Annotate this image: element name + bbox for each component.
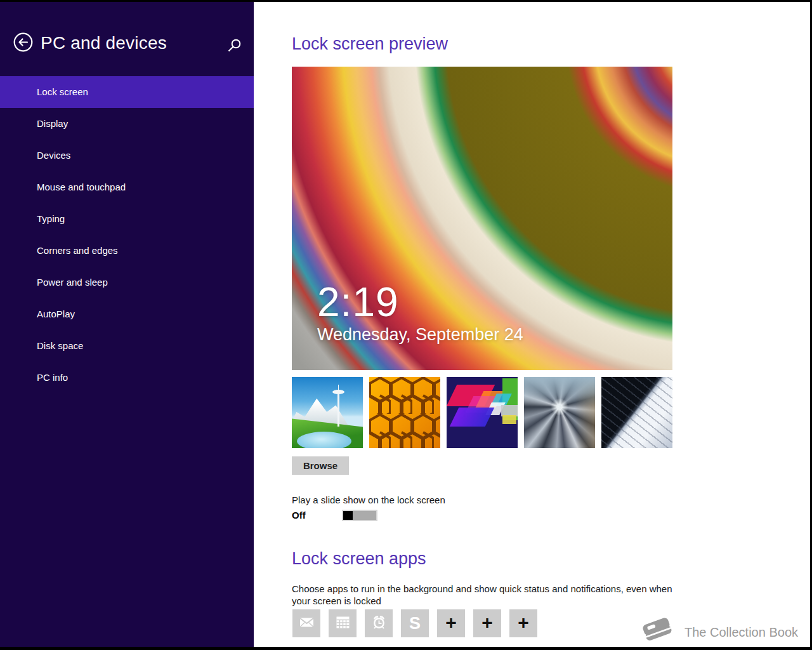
lock-app-slot-add-3[interactable]: + xyxy=(509,609,537,637)
sidebar-item-display[interactable]: Display xyxy=(0,108,254,140)
mail-icon xyxy=(298,614,315,633)
space-needle-spike xyxy=(338,385,339,390)
thumbnail-piano-keys[interactable] xyxy=(601,377,672,448)
lock-screen-preview-heading: Lock screen preview xyxy=(292,34,448,54)
screen-edge-bottom xyxy=(0,647,812,650)
search-button[interactable] xyxy=(227,38,242,53)
lock-app-slot-add-1[interactable]: + xyxy=(437,609,465,637)
skype-icon: S xyxy=(409,615,421,632)
sidebar-item-pc-info[interactable]: PC info xyxy=(0,362,254,394)
search-icon xyxy=(227,44,242,55)
sidebar-nav: Lock screen Display Devices Mouse and to… xyxy=(0,76,254,394)
calendar-icon xyxy=(334,614,351,633)
pond-shape xyxy=(297,432,351,448)
thumbnail-honeycomb[interactable] xyxy=(369,377,440,448)
page-title: PC and devices xyxy=(41,33,167,53)
sidebar-item-devices[interactable]: Devices xyxy=(0,140,254,171)
lock-screen-apps-heading: Lock screen apps xyxy=(292,549,426,569)
lock-app-slot-add-2[interactable]: + xyxy=(473,609,501,637)
back-button[interactable] xyxy=(13,33,33,53)
lock-app-slot-alarm[interactable] xyxy=(365,609,393,637)
sidebar-item-lock-screen[interactable]: Lock screen xyxy=(0,76,254,108)
diamond-yellow xyxy=(502,415,516,424)
space-needle-mast xyxy=(337,391,339,427)
thumbnail-train-tunnel[interactable] xyxy=(524,377,595,448)
sidebar-header: PC and devices xyxy=(13,33,167,53)
sidebar-item-power-sleep[interactable]: Power and sleep xyxy=(0,267,254,298)
thumbnail-colorful-diamonds[interactable] xyxy=(447,377,518,448)
book-icon xyxy=(640,614,676,650)
watermark-label: The Collection Book xyxy=(684,625,798,640)
sidebar-item-corners-edges[interactable]: Corners and edges xyxy=(0,235,254,267)
slideshow-toggle[interactable] xyxy=(342,510,377,521)
sidebar-item-typing[interactable]: Typing xyxy=(0,203,254,235)
alarm-clock-icon xyxy=(370,614,388,633)
plus-icon: + xyxy=(481,613,493,632)
lock-app-slot-calendar[interactable] xyxy=(329,609,357,637)
honeycomb-pattern xyxy=(369,377,440,448)
sidebar-item-autoplay[interactable]: AutoPlay xyxy=(0,298,254,330)
sidebar-item-disk-space[interactable]: Disk space xyxy=(0,330,254,362)
screen-edge-top xyxy=(0,0,812,2)
lock-app-slot-mail[interactable] xyxy=(292,609,320,637)
preview-clock-date: Wednesday, September 24 xyxy=(317,325,523,345)
pc-settings-screen: PC and devices Lock screen Display Devic… xyxy=(0,0,812,650)
slideshow-label: Play a slide show on the lock screen xyxy=(292,494,445,505)
browse-button[interactable]: Browse xyxy=(292,456,349,475)
watermark: The Collection Book xyxy=(640,614,798,650)
preview-clock: 2:19 Wednesday, September 24 xyxy=(317,282,523,345)
diamond-purple xyxy=(450,408,495,427)
lock-screen-preview-image: 2:19 Wednesday, September 24 xyxy=(292,67,672,370)
plus-icon: + xyxy=(518,613,529,632)
sidebar: PC and devices Lock screen Display Devic… xyxy=(0,0,254,650)
plus-icon: + xyxy=(445,613,457,632)
thumbnail-seattle-space-needle[interactable] xyxy=(292,377,363,448)
lock-app-slot-skype[interactable]: S xyxy=(401,609,429,637)
lock-screen-apps-description: Choose apps to run in the background and… xyxy=(292,583,680,607)
preview-clock-time: 2:19 xyxy=(317,282,523,322)
toggle-knob xyxy=(343,511,353,520)
back-arrow-icon xyxy=(13,32,33,55)
slideshow-toggle-state: Off xyxy=(292,510,306,521)
sidebar-item-mouse-touchpad[interactable]: Mouse and touchpad xyxy=(0,171,254,203)
